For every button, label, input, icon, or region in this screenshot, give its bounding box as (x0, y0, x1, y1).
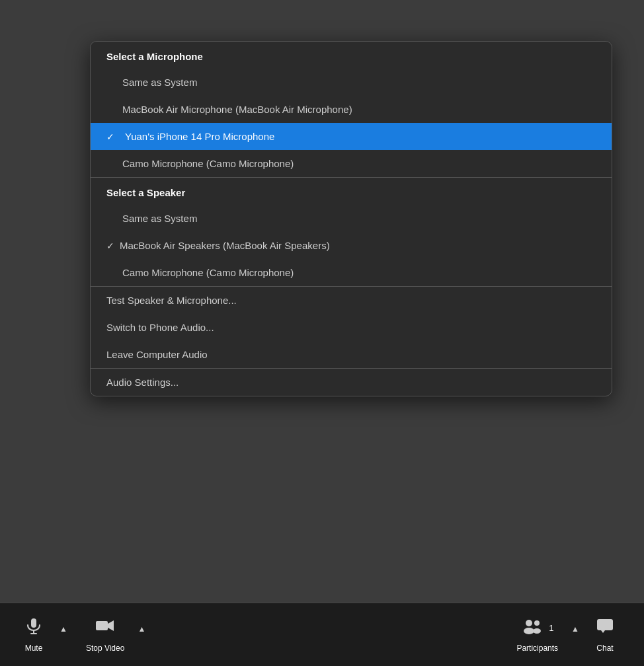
stop-video-label: Stop Video (86, 644, 125, 653)
test-speaker-action[interactable]: Test Speaker & Microphone... (91, 287, 612, 314)
svg-point-7 (533, 628, 541, 634)
participants-chevron-icon: ▲ (571, 624, 579, 634)
participants-chevron[interactable]: ▲ (569, 619, 582, 639)
mic-macbook-air[interactable]: MacBook Air Microphone (MacBook Air Micr… (91, 96, 612, 123)
participants-icon (521, 616, 545, 640)
mic-camo-label: Camo Microphone (Camo Microphone) (122, 158, 294, 169)
leave-audio-action[interactable]: Leave Computer Audio (91, 341, 612, 368)
chat-button[interactable]: Chat (582, 611, 628, 658)
speaker-section-header: Select a Speaker (91, 178, 612, 205)
mute-label: Mute (25, 644, 43, 653)
chat-label: Chat (596, 644, 613, 653)
spk-camo-label: Camo Microphone (Camo Microphone) (122, 267, 294, 278)
svg-rect-8 (597, 619, 613, 630)
stop-video-button[interactable]: Stop Video (75, 611, 136, 658)
svg-point-4 (526, 620, 532, 626)
spk-same-system-label: Same as System (122, 213, 197, 224)
svg-rect-3 (96, 621, 108, 630)
participants-group: 1 Participants ▲ (506, 611, 582, 658)
svg-point-6 (534, 620, 540, 626)
participants-count: 1 (549, 623, 553, 633)
mic-same-as-system[interactable]: Same as System (91, 69, 612, 96)
mic-iphone-14-pro[interactable]: ✓ Yuan's iPhone 14 Pro Microphone (91, 123, 612, 150)
switch-phone-action[interactable]: Switch to Phone Audio... (91, 314, 612, 341)
microphone-section-header: Select a Microphone (91, 42, 612, 69)
participants-button[interactable]: 1 Participants (506, 611, 569, 658)
mic-camo[interactable]: Camo Microphone (Camo Microphone) (91, 150, 612, 177)
audio-dropdown-menu: Select a Microphone Same as System MacBo… (90, 41, 612, 396)
mic-iphone-checkmark: ✓ (106, 131, 114, 142)
audio-settings-action[interactable]: Audio Settings... (91, 369, 612, 396)
spk-macbook-label: MacBook Air Speakers (MacBook Air Speake… (120, 240, 330, 251)
mute-chevron-icon: ▲ (60, 624, 67, 634)
participants-label: Participants (516, 644, 558, 653)
mute-button[interactable]: Mute (11, 611, 57, 658)
video-chevron-icon: ▲ (138, 624, 145, 634)
video-icon (95, 616, 116, 640)
spk-macbook-air[interactable]: ✓ MacBook Air Speakers (MacBook Air Spea… (91, 232, 612, 259)
mute-chevron[interactable]: ▲ (57, 619, 70, 639)
mic-icon (24, 616, 43, 640)
toolbar: Mute ▲ Stop Video ▲ (0, 603, 644, 666)
spk-same-as-system[interactable]: Same as System (91, 205, 612, 232)
svg-rect-0 (31, 618, 36, 628)
spk-macbook-checkmark: ✓ (106, 240, 114, 251)
mic-iphone-label: Yuan's iPhone 14 Pro Microphone (125, 131, 274, 142)
spk-camo[interactable]: Camo Microphone (Camo Microphone) (91, 259, 612, 286)
video-chevron[interactable]: ▲ (135, 619, 148, 639)
mic-macbook-label: MacBook Air Microphone (MacBook Air Micr… (122, 104, 352, 115)
svg-point-5 (524, 628, 534, 634)
chat-icon (596, 616, 614, 640)
mic-same-system-label: Same as System (122, 77, 197, 88)
